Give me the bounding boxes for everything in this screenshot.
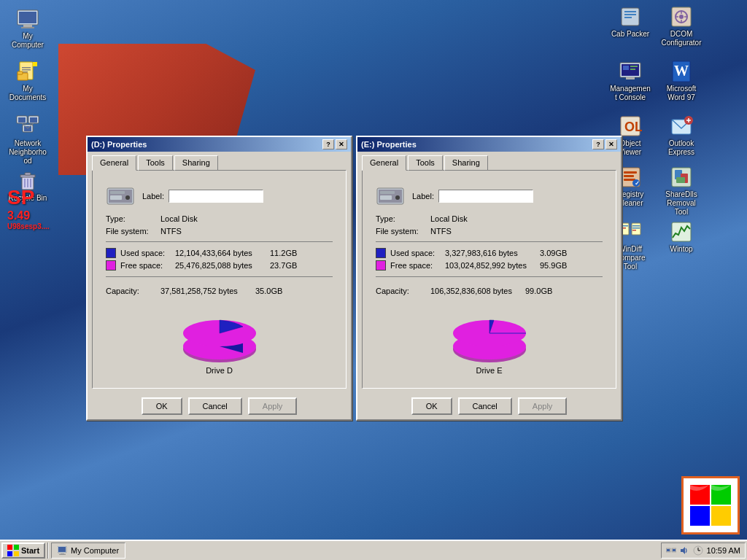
svg-rect-3 — [21, 27, 34, 28]
network-icon — [16, 114, 39, 138]
sp-version-text: SP 3.49 U98sesp3.... — [7, 186, 50, 230]
desktop-icon-network[interactable]: Network Neighborhood — [6, 113, 50, 167]
taskbar-item-my-computer[interactable]: My Computer — [51, 542, 125, 559]
svg-rect-89 — [690, 506, 710, 526]
dialog-d-buttons: OK Cancel Apply — [88, 393, 351, 419]
svg-rect-97 — [61, 553, 64, 554]
dialog-d-content: Label: Type: Local Disk File system: NTF… — [92, 170, 347, 389]
svg-rect-8 — [22, 69, 31, 71]
dialog-d-fs-value: NTFS — [160, 227, 182, 236]
dialog-d-label-input[interactable] — [169, 190, 263, 203]
dialog-d-free-label: Free space: — [120, 261, 175, 270]
dcom-label: DCOM Configurator — [661, 30, 702, 47]
dialog-d-titlebar: (D:) Properties ? ✕ — [88, 137, 351, 152]
dialog-d-cancel-button[interactable]: Cancel — [188, 397, 242, 415]
taskbar-computer-icon — [58, 546, 68, 555]
dialog-e-type-value: Local Disk — [430, 214, 468, 223]
svg-rect-90 — [711, 506, 731, 526]
management-console-icon — [619, 60, 642, 83]
dialog-d-close-button[interactable]: ✕ — [336, 139, 347, 149]
dialog-d-header-row: Label: — [106, 184, 333, 209]
dialog-d-free-bytes: 25,476,825,088 bytes — [175, 261, 270, 270]
svg-point-32 — [679, 15, 684, 19]
dialog-e-tab-sharing[interactable]: Sharing — [444, 155, 488, 171]
dialog-e-apply-button[interactable]: Apply — [518, 397, 568, 415]
dialog-e-help-button[interactable]: ? — [592, 139, 604, 149]
dialog-e-used-bytes: 3,327,983,616 bytes — [445, 249, 540, 257]
dialog-e-tabs: General Tools Sharing — [357, 152, 621, 170]
cab-packer-icon — [619, 5, 642, 28]
dialog-d-label-text: Label: — [142, 192, 164, 201]
dialog-e-capacity-bytes: 106,352,836,608 bytes — [430, 287, 525, 295]
svg-rect-72 — [110, 195, 122, 200]
dialog-e-tab-general[interactable]: General — [362, 155, 406, 171]
dialog-d-tab-general[interactable]: General — [92, 155, 136, 171]
dialog-d-used-size: 11.2GB — [270, 249, 297, 257]
svg-rect-101 — [667, 549, 670, 551]
svg-rect-93 — [7, 551, 12, 556]
dialog-d-pie-container: Drive D — [106, 304, 333, 375]
svg-rect-2 — [23, 25, 32, 27]
dialog-e-fs-value: NTFS — [430, 227, 452, 236]
svg-rect-69 — [672, 222, 691, 241]
dialog-d-properties: (D:) Properties ? ✕ General Tools Sharin… — [86, 136, 352, 421]
dialog-e-capacity-row: Capacity: 106,352,836,608 bytes 99.0GB — [376, 283, 603, 295]
svg-rect-60 — [676, 177, 685, 183]
word-label: Microsoft Word 97 — [661, 85, 702, 102]
dialog-e-label-row: Label: — [412, 190, 533, 203]
svg-rect-22 — [25, 173, 31, 175]
taskbar-time: 10:59 AM — [707, 546, 740, 555]
dialog-e-type-row: Type: Local Disk — [376, 214, 603, 223]
outlook-label: Outlook Express — [661, 139, 702, 157]
dialog-e-free-color — [376, 260, 386, 271]
dialog-e-ok-button[interactable]: OK — [411, 397, 452, 415]
desktop-icon-my-documents[interactable]: My Documents — [6, 58, 50, 104]
desktop-icon-wintop[interactable]: Wintop — [659, 219, 703, 255]
dialog-d-type-label: Type: — [106, 214, 160, 223]
outlook-icon — [670, 114, 693, 138]
dialog-e-tab-tools[interactable]: Tools — [408, 155, 443, 171]
dialog-d-apply-button[interactable]: Apply — [248, 397, 298, 415]
dialog-d-tab-tools[interactable]: Tools — [138, 155, 173, 171]
desktop-icon-my-computer[interactable]: My Computer — [6, 6, 50, 51]
wintop-icon — [670, 220, 693, 244]
taskbar-item-label: My Computer — [71, 546, 119, 555]
svg-rect-40 — [630, 66, 638, 67]
dialog-d-free-row: Free space: 25,476,825,088 bytes 23.7GB — [106, 260, 333, 271]
wintop-label: Wintop — [670, 245, 692, 254]
dialog-e-fs-label: File system: — [376, 227, 430, 236]
dialog-e-drive-icon — [376, 184, 405, 209]
desktop-icon-sharedlls[interactable]: ShareDlls Removal Tool — [659, 164, 703, 218]
dialog-e-cancel-button[interactable]: Cancel — [458, 397, 512, 415]
desktop-icon-management-console[interactable]: Management Console — [608, 58, 652, 104]
svg-rect-91 — [7, 545, 12, 550]
dialog-d-ok-button[interactable]: OK — [142, 397, 182, 415]
dialog-e-titlebar: (E:) Properties ? ✕ — [357, 137, 621, 152]
desktop-icon-outlook[interactable]: Outlook Express — [659, 113, 703, 158]
dialog-d-used-color — [106, 248, 116, 258]
taskbar-tray: 10:59 AM — [661, 542, 746, 559]
network-label: Network Neighborhood — [7, 139, 48, 166]
windows98-logo — [681, 476, 740, 534]
desktop-icon-word[interactable]: W Microsoft Word 97 — [659, 58, 703, 104]
management-console-label: Management Console — [610, 85, 651, 102]
dialog-e-close-button[interactable]: ✕ — [605, 139, 617, 149]
dialog-e-titlebar-buttons: ? ✕ — [592, 139, 617, 149]
dialog-d-help-button[interactable]: ? — [322, 139, 334, 149]
dialog-e-label-input[interactable] — [438, 190, 533, 203]
my-documents-label: My Documents — [7, 85, 48, 102]
start-button[interactable]: Start — [1, 542, 45, 559]
dialog-d-tab-sharing[interactable]: Sharing — [174, 155, 218, 171]
desktop-icon-dcom[interactable]: DCOM Configurator — [659, 4, 703, 49]
dialog-d-titlebar-buttons: ? ✕ — [322, 139, 347, 149]
svg-rect-80 — [380, 195, 392, 200]
dialog-d-body: Label: Type: Local Disk File system: NTF… — [100, 178, 338, 381]
dialog-d-capacity-size: 35.0GB — [255, 287, 282, 295]
dialog-e-pie-container: Drive E — [376, 304, 603, 375]
svg-text:OLE: OLE — [624, 120, 642, 134]
desktop-icon-cab-packer[interactable]: Cab Packer — [608, 4, 652, 40]
svg-rect-94 — [14, 551, 19, 556]
svg-rect-41 — [630, 69, 635, 70]
object-viewer-icon: OLE — [619, 114, 642, 138]
svg-rect-74 — [110, 191, 125, 194]
